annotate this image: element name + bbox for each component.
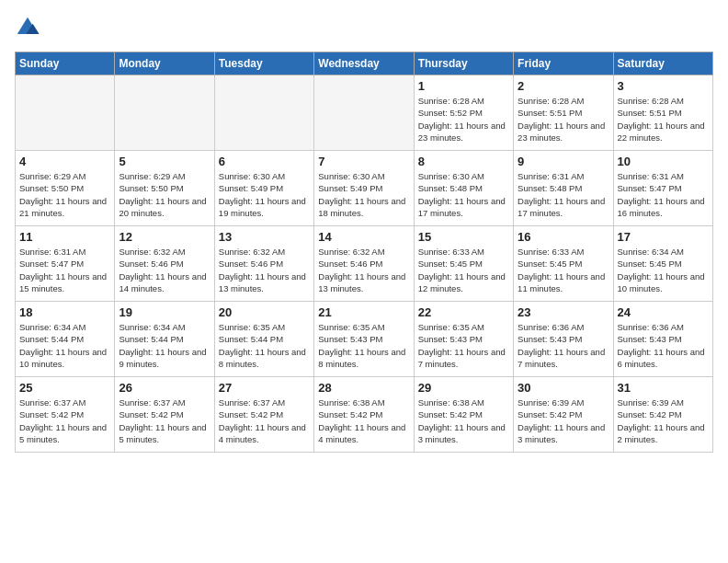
day-info: Sunrise: 6:35 AM Sunset: 5:43 PM Dayligh…	[418, 321, 509, 370]
logo	[15, 15, 42, 40]
day-number: 24	[618, 305, 709, 319]
day-info: Sunrise: 6:37 AM Sunset: 5:42 PM Dayligh…	[19, 396, 110, 445]
day-info: Sunrise: 6:36 AM Sunset: 5:43 PM Dayligh…	[618, 321, 709, 370]
calendar-cell: 7Sunrise: 6:30 AM Sunset: 5:49 PM Daylig…	[314, 151, 414, 226]
day-info: Sunrise: 6:38 AM Sunset: 5:42 PM Dayligh…	[418, 396, 509, 445]
day-number: 30	[518, 381, 609, 395]
weekday-header-friday: Friday	[514, 52, 613, 75]
day-number: 15	[418, 230, 509, 244]
day-info: Sunrise: 6:33 AM Sunset: 5:45 PM Dayligh…	[418, 246, 509, 294]
calendar-cell: 20Sunrise: 6:35 AM Sunset: 5:44 PM Dayli…	[214, 302, 313, 377]
calendar-cell: 23Sunrise: 6:36 AM Sunset: 5:43 PM Dayli…	[514, 302, 613, 377]
day-number: 26	[119, 381, 210, 395]
day-number: 25	[19, 381, 110, 395]
calendar-cell: 12Sunrise: 6:32 AM Sunset: 5:46 PM Dayli…	[115, 226, 214, 302]
day-number: 16	[518, 230, 609, 244]
day-number: 19	[119, 305, 210, 319]
day-info: Sunrise: 6:33 AM Sunset: 5:45 PM Dayligh…	[518, 246, 609, 294]
day-number: 11	[19, 230, 110, 244]
day-number: 20	[219, 305, 310, 319]
day-info: Sunrise: 6:35 AM Sunset: 5:43 PM Dayligh…	[318, 321, 409, 370]
calendar-cell: 17Sunrise: 6:34 AM Sunset: 5:45 PM Dayli…	[613, 226, 712, 302]
day-number: 13	[219, 230, 310, 244]
calendar-cell: 10Sunrise: 6:31 AM Sunset: 5:47 PM Dayli…	[613, 151, 712, 226]
calendar-cell: 31Sunrise: 6:39 AM Sunset: 5:42 PM Dayli…	[613, 377, 712, 453]
weekday-header-tuesday: Tuesday	[214, 52, 313, 75]
calendar-cell: 28Sunrise: 6:38 AM Sunset: 5:42 PM Dayli…	[314, 377, 414, 453]
weekday-header-monday: Monday	[115, 52, 214, 75]
day-number: 9	[518, 155, 609, 168]
day-info: Sunrise: 6:37 AM Sunset: 5:42 PM Dayligh…	[119, 396, 210, 445]
day-info: Sunrise: 6:30 AM Sunset: 5:49 PM Dayligh…	[318, 170, 409, 219]
day-info: Sunrise: 6:28 AM Sunset: 5:52 PM Dayligh…	[418, 95, 509, 144]
weekday-header-thursday: Thursday	[414, 52, 513, 75]
day-number: 12	[119, 230, 210, 244]
day-info: Sunrise: 6:31 AM Sunset: 5:47 PM Dayligh…	[618, 170, 709, 219]
calendar-cell: 1Sunrise: 6:28 AM Sunset: 5:52 PM Daylig…	[414, 75, 513, 151]
day-info: Sunrise: 6:35 AM Sunset: 5:44 PM Dayligh…	[219, 321, 310, 370]
day-number: 28	[318, 381, 409, 395]
week-row-5: 25Sunrise: 6:37 AM Sunset: 5:42 PM Dayli…	[16, 377, 713, 453]
day-info: Sunrise: 6:37 AM Sunset: 5:42 PM Dayligh…	[219, 396, 310, 445]
day-info: Sunrise: 6:39 AM Sunset: 5:42 PM Dayligh…	[618, 396, 709, 445]
day-number: 8	[418, 155, 509, 168]
day-info: Sunrise: 6:34 AM Sunset: 5:45 PM Dayligh…	[618, 246, 709, 294]
weekday-header-row: SundayMondayTuesdayWednesdayThursdayFrid…	[16, 52, 713, 75]
calendar-cell: 13Sunrise: 6:32 AM Sunset: 5:46 PM Dayli…	[214, 226, 313, 302]
day-info: Sunrise: 6:32 AM Sunset: 5:46 PM Dayligh…	[219, 246, 310, 294]
week-row-3: 11Sunrise: 6:31 AM Sunset: 5:47 PM Dayli…	[16, 226, 713, 302]
calendar-cell: 30Sunrise: 6:39 AM Sunset: 5:42 PM Dayli…	[514, 377, 613, 453]
day-info: Sunrise: 6:34 AM Sunset: 5:44 PM Dayligh…	[119, 321, 210, 370]
calendar-cell: 29Sunrise: 6:38 AM Sunset: 5:42 PM Dayli…	[414, 377, 513, 453]
day-info: Sunrise: 6:31 AM Sunset: 5:47 PM Dayligh…	[19, 246, 110, 294]
calendar-cell	[16, 75, 115, 151]
day-info: Sunrise: 6:29 AM Sunset: 5:50 PM Dayligh…	[119, 170, 210, 219]
weekday-header-wednesday: Wednesday	[314, 52, 414, 75]
weekday-header-sunday: Sunday	[16, 52, 115, 75]
page-header	[15, 15, 713, 40]
calendar-cell: 3Sunrise: 6:28 AM Sunset: 5:51 PM Daylig…	[613, 75, 712, 151]
calendar-cell: 19Sunrise: 6:34 AM Sunset: 5:44 PM Dayli…	[115, 302, 214, 377]
day-number: 14	[318, 230, 409, 244]
weekday-header-saturday: Saturday	[613, 52, 712, 75]
calendar-cell: 5Sunrise: 6:29 AM Sunset: 5:50 PM Daylig…	[115, 151, 214, 226]
day-number: 23	[518, 305, 609, 319]
day-number: 6	[219, 155, 310, 168]
calendar-table: SundayMondayTuesdayWednesdayThursdayFrid…	[15, 52, 713, 453]
week-row-2: 4Sunrise: 6:29 AM Sunset: 5:50 PM Daylig…	[16, 151, 713, 226]
calendar-cell: 6Sunrise: 6:30 AM Sunset: 5:49 PM Daylig…	[214, 151, 313, 226]
day-number: 3	[618, 79, 709, 93]
day-info: Sunrise: 6:36 AM Sunset: 5:43 PM Dayligh…	[518, 321, 609, 370]
calendar-cell	[115, 75, 214, 151]
calendar-cell: 21Sunrise: 6:35 AM Sunset: 5:43 PM Dayli…	[314, 302, 414, 377]
day-info: Sunrise: 6:38 AM Sunset: 5:42 PM Dayligh…	[318, 396, 409, 445]
day-info: Sunrise: 6:29 AM Sunset: 5:50 PM Dayligh…	[19, 170, 110, 219]
calendar-cell: 11Sunrise: 6:31 AM Sunset: 5:47 PM Dayli…	[16, 226, 115, 302]
day-info: Sunrise: 6:30 AM Sunset: 5:48 PM Dayligh…	[418, 170, 509, 219]
day-number: 5	[119, 155, 210, 168]
logo-icon	[15, 15, 40, 40]
calendar-cell: 2Sunrise: 6:28 AM Sunset: 5:51 PM Daylig…	[514, 75, 613, 151]
day-number: 10	[618, 155, 709, 168]
calendar-cell: 26Sunrise: 6:37 AM Sunset: 5:42 PM Dayli…	[115, 377, 214, 453]
week-row-1: 1Sunrise: 6:28 AM Sunset: 5:52 PM Daylig…	[16, 75, 713, 151]
calendar-cell: 4Sunrise: 6:29 AM Sunset: 5:50 PM Daylig…	[16, 151, 115, 226]
calendar-cell: 24Sunrise: 6:36 AM Sunset: 5:43 PM Dayli…	[613, 302, 712, 377]
day-number: 1	[418, 79, 509, 93]
calendar-cell: 18Sunrise: 6:34 AM Sunset: 5:44 PM Dayli…	[16, 302, 115, 377]
day-info: Sunrise: 6:31 AM Sunset: 5:48 PM Dayligh…	[518, 170, 609, 219]
day-number: 18	[19, 305, 110, 319]
calendar-cell: 22Sunrise: 6:35 AM Sunset: 5:43 PM Dayli…	[414, 302, 513, 377]
day-number: 29	[418, 381, 509, 395]
day-number: 7	[318, 155, 409, 168]
day-number: 31	[618, 381, 709, 395]
day-number: 21	[318, 305, 409, 319]
day-info: Sunrise: 6:28 AM Sunset: 5:51 PM Dayligh…	[618, 95, 709, 144]
day-number: 2	[518, 79, 609, 93]
calendar-cell	[314, 75, 414, 151]
day-info: Sunrise: 6:39 AM Sunset: 5:42 PM Dayligh…	[518, 396, 609, 445]
day-info: Sunrise: 6:32 AM Sunset: 5:46 PM Dayligh…	[318, 246, 409, 294]
day-info: Sunrise: 6:32 AM Sunset: 5:46 PM Dayligh…	[119, 246, 210, 294]
day-number: 4	[19, 155, 110, 168]
calendar-cell: 14Sunrise: 6:32 AM Sunset: 5:46 PM Dayli…	[314, 226, 414, 302]
